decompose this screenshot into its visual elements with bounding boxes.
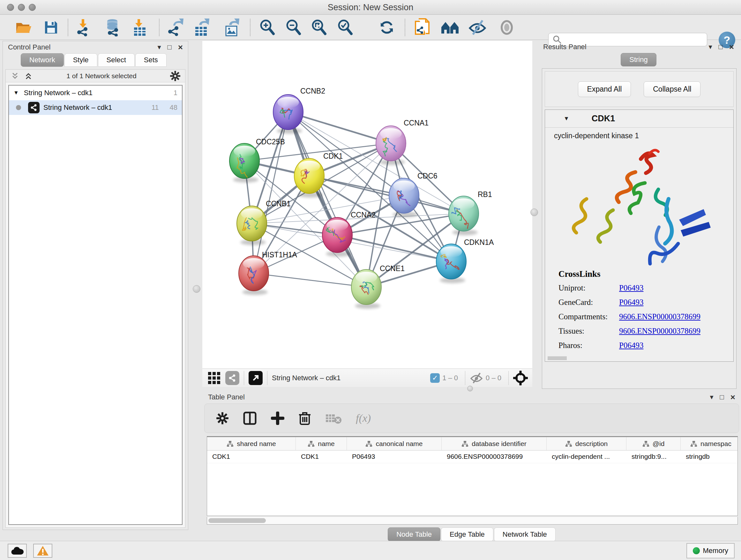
panel-close-icon[interactable]: × xyxy=(178,43,183,51)
create-column-plus-icon[interactable] xyxy=(271,412,284,425)
column-header--id[interactable]: @id xyxy=(626,437,681,450)
protein-collapse-icon[interactable]: ▼ xyxy=(563,115,569,122)
table-horizontal-scrollbar[interactable] xyxy=(207,517,738,524)
save-session-button[interactable] xyxy=(41,17,61,37)
show-hidden-button[interactable] xyxy=(496,17,517,37)
table-cell[interactable]: CDK1 xyxy=(296,450,347,463)
delete-column-trash-icon[interactable] xyxy=(298,411,311,426)
selected-checkbox-icon[interactable]: ✓ xyxy=(430,373,440,383)
table-cell[interactable]: stringdb xyxy=(681,450,738,463)
column-header-database-identifier[interactable]: database identifier xyxy=(442,437,547,450)
network-row[interactable]: String Network – cdk1 11 48 xyxy=(9,100,182,115)
table-cell[interactable]: CDK1 xyxy=(207,450,296,463)
show-columns-icon[interactable] xyxy=(243,411,257,425)
refresh-button[interactable] xyxy=(377,17,397,37)
network-edge-CCNB2-CCNA1[interactable] xyxy=(288,112,391,143)
network-edge-CCNA2-CDKN1A[interactable] xyxy=(337,235,451,261)
clone-network-button[interactable] xyxy=(412,17,433,37)
network-node-HIST1H1A[interactable]: HIST1H1A xyxy=(239,251,297,295)
export-network-button[interactable] xyxy=(165,17,186,37)
zoom-in-button[interactable] xyxy=(257,17,278,37)
column-header-canonical-name[interactable]: canonical name xyxy=(347,437,442,450)
open-session-button[interactable] xyxy=(13,17,34,37)
panel-menu-caret-icon[interactable]: ▾ xyxy=(157,44,161,51)
import-network-file-button[interactable] xyxy=(73,17,93,37)
export-image-button[interactable] xyxy=(222,17,243,37)
table-cell[interactable]: P06493 xyxy=(347,450,442,463)
zoom-selected-button[interactable] xyxy=(335,17,355,37)
cloud-icon xyxy=(11,546,23,555)
import-network-icon xyxy=(75,18,91,37)
panel-float-icon[interactable]: □ xyxy=(167,44,172,51)
network-edge-CCNB2-CCNE1[interactable] xyxy=(288,112,366,287)
tab-string[interactable]: String xyxy=(621,53,656,66)
column-header-shared-name[interactable]: shared name xyxy=(207,437,296,450)
tab-select[interactable]: Select xyxy=(98,53,135,67)
left-splitter-handle[interactable] xyxy=(193,285,200,293)
tab-edge-table[interactable]: Edge Table xyxy=(441,527,493,542)
table-options-gear-icon[interactable] xyxy=(216,412,229,425)
expand-all-chevron-icon[interactable] xyxy=(10,71,20,81)
crosslink-link[interactable]: 9606.ENSP00000378699 xyxy=(619,327,700,335)
crosslink-link[interactable]: P06493 xyxy=(619,341,643,350)
view-grid-icon[interactable] xyxy=(208,372,220,384)
warning-button[interactable] xyxy=(33,544,52,558)
delete-table-icon[interactable] xyxy=(325,413,342,424)
tab-network[interactable]: Network xyxy=(21,53,64,67)
cloud-button[interactable] xyxy=(8,544,27,558)
table-cell[interactable]: stringdb:9... xyxy=(626,450,681,463)
hide-selected-button[interactable] xyxy=(467,17,488,37)
network-edge-HIST1H1A-CCNE1[interactable] xyxy=(254,273,366,287)
hidden-eye-slash-icon[interactable] xyxy=(470,373,483,383)
network-options-gear-icon[interactable] xyxy=(170,71,181,81)
crosslink-link[interactable]: P06493 xyxy=(619,298,643,307)
network-node-RB1[interactable]: RB1 xyxy=(449,190,492,235)
zoom-out-button[interactable] xyxy=(283,17,304,37)
network-node-CDKN1A[interactable]: CDKN1A xyxy=(436,238,494,283)
panel-menu-caret-icon[interactable]: ▾ xyxy=(710,394,713,401)
network-graph[interactable]: CCNB2CCNA1CDC25BCDK1CDC6RB1CCNB1CCNA2CDK… xyxy=(202,41,532,368)
zoom-fit-button[interactable] xyxy=(309,17,329,37)
function-builder-icon[interactable]: f(x) xyxy=(356,412,371,424)
column-header-description[interactable]: description xyxy=(547,437,626,450)
birds-eye-view-icon[interactable] xyxy=(249,371,263,385)
right-splitter-handle[interactable] xyxy=(530,208,538,216)
network-node-CDC6[interactable]: CDC6 xyxy=(389,172,437,217)
network-type-icon[interactable] xyxy=(225,371,239,385)
network-edge-CCNB2-HIST1H1A[interactable] xyxy=(254,112,288,273)
memory-button[interactable]: Memory xyxy=(686,543,735,558)
tab-style[interactable]: Style xyxy=(64,53,97,67)
panel-close-icon[interactable]: × xyxy=(731,393,735,401)
table-cell[interactable]: 9606.ENSP00000378699 xyxy=(442,450,547,463)
crosslink-link[interactable]: 9606.ENSP00000378699 xyxy=(619,312,700,321)
network-node-CDC25B[interactable]: CDC25B xyxy=(229,138,285,183)
table-row[interactable]: CDK1CDK1P064939606.ENSP00000378699cyclin… xyxy=(207,450,738,463)
fit-crosshair-icon[interactable] xyxy=(513,371,528,385)
column-header-name[interactable]: name xyxy=(296,437,347,450)
tab-node-table[interactable]: Node Table xyxy=(388,527,441,542)
protein-card-scrollbar[interactable] xyxy=(548,356,567,360)
import-network-database-button[interactable] xyxy=(102,17,123,37)
table-cell[interactable]: cyclin-dependent ... xyxy=(547,450,626,463)
column-header-namespac[interactable]: namespac xyxy=(681,437,738,450)
panel-menu-caret-icon[interactable]: ▾ xyxy=(709,44,712,51)
collapse-all-chevron-icon[interactable] xyxy=(23,71,33,81)
first-neighbors-button[interactable] xyxy=(440,17,460,37)
scrollbar-thumb[interactable] xyxy=(208,518,266,523)
network-canvas[interactable]: CCNB2CCNA1CDC25BCDK1CDC6RB1CCNB1CCNA2CDK… xyxy=(202,41,532,368)
network-collection-row[interactable]: ▼ String Network – cdk1 1 xyxy=(9,85,182,100)
network-node-CCNB2[interactable]: CCNB2 xyxy=(273,87,325,134)
panel-float-icon[interactable]: □ xyxy=(720,394,724,401)
tree-expanded-icon[interactable]: ▼ xyxy=(13,90,19,96)
panel-float-icon[interactable]: □ xyxy=(719,44,723,51)
crosslink-link[interactable]: P06493 xyxy=(619,284,643,293)
tab-network-table[interactable]: Network Table xyxy=(494,527,556,542)
panel-close-icon[interactable]: × xyxy=(729,43,734,51)
network-edge-CDK1-RB1[interactable] xyxy=(309,176,464,213)
import-table-file-button[interactable] xyxy=(129,17,150,37)
export-table-button[interactable] xyxy=(192,17,212,37)
expand-all-button[interactable]: Expand All xyxy=(578,81,631,97)
network-node-CCNA1[interactable]: CCNA1 xyxy=(376,119,428,165)
collapse-all-button[interactable]: Collapse All xyxy=(644,81,700,97)
tab-sets[interactable]: Sets xyxy=(135,53,166,67)
